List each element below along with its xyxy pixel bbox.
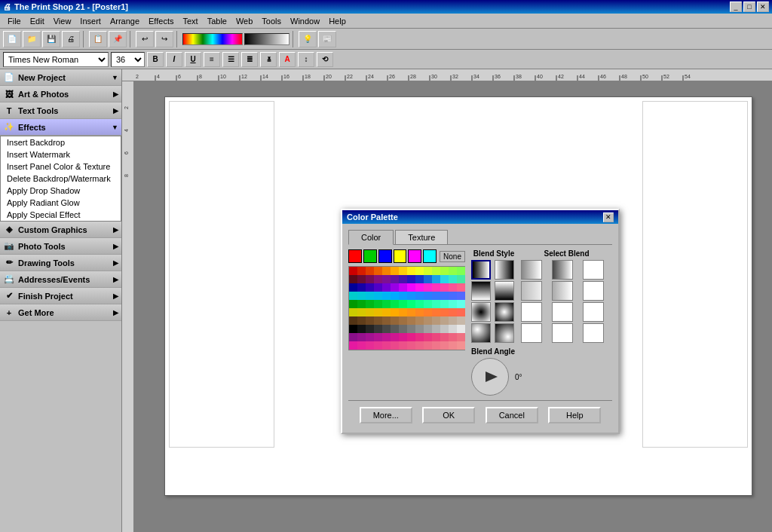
color-cell-40[interactable] xyxy=(449,283,457,292)
color-cell-91[interactable] xyxy=(407,316,415,325)
color-cell-113[interactable] xyxy=(357,333,366,341)
black-bar[interactable] xyxy=(244,33,290,45)
color-cell-105[interactable] xyxy=(407,325,415,333)
text-color-btn[interactable]: A xyxy=(279,52,296,67)
color-cell-71[interactable] xyxy=(357,308,366,316)
color-cell-96[interactable] xyxy=(449,316,457,325)
color-cell-127[interactable] xyxy=(357,341,366,350)
menu-table[interactable]: Table xyxy=(203,15,231,27)
redo-btn[interactable]: ↪ xyxy=(155,31,173,47)
sidebar-item-addresses[interactable]: 📇 Addresses/Events ▶ xyxy=(0,271,121,288)
color-cell-80[interactable] xyxy=(432,308,440,316)
align-center-btn[interactable]: ☰ xyxy=(222,52,239,67)
color-cell-126[interactable] xyxy=(349,341,357,350)
color-cell-125[interactable] xyxy=(457,333,465,341)
color-cell-65[interactable] xyxy=(424,300,432,308)
color-cell-50[interactable] xyxy=(415,292,424,300)
sidebar-item-art-photos[interactable]: 🖼 Art & Photos ▶ xyxy=(0,86,121,102)
color-cell-86[interactable] xyxy=(366,316,374,325)
blend-spot1[interactable] xyxy=(471,323,491,343)
color-cell-45[interactable] xyxy=(374,292,382,300)
color-cell-4[interactable] xyxy=(382,267,391,275)
color-cell-23[interactable] xyxy=(424,275,432,283)
menu-help[interactable]: Help xyxy=(324,15,351,27)
angle-control[interactable] xyxy=(471,358,509,396)
insert-backdrop[interactable]: Insert Backdrop xyxy=(1,136,121,148)
sb-11[interactable] xyxy=(552,323,573,343)
color-cell-61[interactable] xyxy=(391,300,399,308)
sb-10[interactable] xyxy=(521,323,542,343)
align-right-btn[interactable]: ≣ xyxy=(241,52,258,67)
color-cell-8[interactable] xyxy=(415,267,424,275)
color-cell-2[interactable] xyxy=(366,267,374,275)
color-cell-110[interactable] xyxy=(449,325,457,333)
blend-radial-out[interactable] xyxy=(495,302,514,322)
color-cell-87[interactable] xyxy=(374,316,382,325)
color-cell-53[interactable] xyxy=(440,292,449,300)
none-button[interactable]: None xyxy=(440,251,465,262)
color-cell-120[interactable] xyxy=(415,333,424,341)
menu-insert[interactable]: Insert xyxy=(75,15,106,27)
color-bar[interactable] xyxy=(182,33,243,45)
color-cell-43[interactable] xyxy=(357,292,366,300)
color-cell-130[interactable] xyxy=(382,341,391,350)
color-cell-51[interactable] xyxy=(424,292,432,300)
color-cell-24[interactable] xyxy=(432,275,440,283)
color-cell-123[interactable] xyxy=(440,333,449,341)
color-cell-81[interactable] xyxy=(440,308,449,316)
color-cell-76[interactable] xyxy=(399,308,407,316)
color-cell-19[interactable] xyxy=(391,275,399,283)
blend-spot2[interactable] xyxy=(495,323,514,343)
color-cell-95[interactable] xyxy=(440,316,449,325)
color-cell-93[interactable] xyxy=(424,316,432,325)
sidebar-item-custom-graphics[interactable]: ◈ Custom Graphics ▶ xyxy=(0,222,121,238)
color-cell-56[interactable] xyxy=(349,300,357,308)
color-cell-58[interactable] xyxy=(366,300,374,308)
color-cell-100[interactable] xyxy=(366,325,374,333)
font-select[interactable]: Times New Roman xyxy=(3,52,109,67)
color-cell-122[interactable] xyxy=(432,333,440,341)
text-spacing-btn[interactable]: ↕ xyxy=(298,52,314,67)
color-cell-14[interactable] xyxy=(349,275,357,283)
color-cell-128[interactable] xyxy=(366,341,374,350)
color-cell-26[interactable] xyxy=(449,275,457,283)
color-cell-39[interactable] xyxy=(440,283,449,292)
color-cell-46[interactable] xyxy=(382,292,391,300)
color-cell-54[interactable] xyxy=(449,292,457,300)
color-cell-107[interactable] xyxy=(424,325,432,333)
blend-radial-in[interactable] xyxy=(471,302,491,322)
color-cell-98[interactable] xyxy=(349,325,357,333)
color-cell-121[interactable] xyxy=(424,333,432,341)
cancel-button[interactable]: Cancel xyxy=(486,407,538,423)
color-cell-6[interactable] xyxy=(399,267,407,275)
color-cell-28[interactable] xyxy=(349,283,357,292)
menu-effects[interactable]: Effects xyxy=(144,15,178,27)
sidebar-item-photo-tools[interactable]: 📷 Photo Tools ▶ xyxy=(0,238,121,255)
color-cell-67[interactable] xyxy=(440,300,449,308)
color-cell-79[interactable] xyxy=(424,308,432,316)
color-cell-12[interactable] xyxy=(449,267,457,275)
color-cell-11[interactable] xyxy=(440,267,449,275)
color-cell-52[interactable] xyxy=(432,292,440,300)
news-btn[interactable]: 📰 xyxy=(318,31,336,47)
color-cell-109[interactable] xyxy=(440,325,449,333)
menu-web[interactable]: Web xyxy=(231,15,257,27)
color-cell-31[interactable] xyxy=(374,283,382,292)
color-cell-7[interactable] xyxy=(407,267,415,275)
color-cell-90[interactable] xyxy=(399,316,407,325)
color-cell-32[interactable] xyxy=(382,283,391,292)
color-cell-131[interactable] xyxy=(391,341,399,350)
apply-special-effect[interactable]: Apply Special Effect xyxy=(1,209,121,221)
color-cell-35[interactable] xyxy=(407,283,415,292)
color-cell-9[interactable] xyxy=(424,267,432,275)
color-cell-133[interactable] xyxy=(407,341,415,350)
color-cell-5[interactable] xyxy=(391,267,399,275)
sb-5[interactable] xyxy=(552,281,573,301)
color-cell-116[interactable] xyxy=(382,333,391,341)
color-cell-34[interactable] xyxy=(399,283,407,292)
tab-texture[interactable]: Texture xyxy=(395,230,448,244)
color-cell-84[interactable] xyxy=(349,316,357,325)
color-cell-74[interactable] xyxy=(382,308,391,316)
color-cell-75[interactable] xyxy=(391,308,399,316)
tab-color[interactable]: Color xyxy=(348,230,394,245)
